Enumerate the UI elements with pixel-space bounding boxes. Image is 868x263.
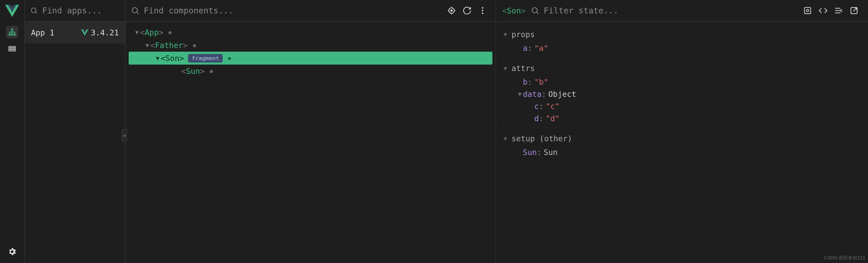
watermark: CSDN @田本初123 <box>824 255 865 261</box>
state-row-data[interactable]: ▼data: Object <box>502 88 862 100</box>
find-components-input[interactable] <box>144 6 443 16</box>
section-head-attrs[interactable]: ▼attrs <box>502 61 862 76</box>
state-row-a[interactable]: a: "a" <box>502 42 862 54</box>
open-new-window-icon[interactable] <box>849 6 859 15</box>
chevron-down-icon: ▼ <box>502 135 508 142</box>
show-render-code-icon[interactable] <box>818 6 828 15</box>
app-list-item[interactable]: App 1 3.4.21 <box>25 22 125 43</box>
app-name-label: App 1 <box>31 28 54 37</box>
tree-node-son[interactable]: ▼<Son>fragment● <box>129 52 492 65</box>
state-selected-component: <Son> <box>502 6 525 15</box>
svg-point-7 <box>31 8 36 13</box>
svg-rect-5 <box>9 48 16 49</box>
search-icon <box>131 6 140 15</box>
svg-point-3 <box>14 34 16 35</box>
state-row-d[interactable]: d: "d" <box>502 112 862 124</box>
perf-dot-icon: ● <box>193 42 196 48</box>
svg-rect-4 <box>9 47 16 48</box>
perf-dot-icon: ● <box>228 55 231 61</box>
state-row-c[interactable]: c: "c" <box>502 100 862 112</box>
chevron-down-icon: ▼ <box>502 31 508 38</box>
svg-point-13 <box>482 13 483 14</box>
svg-point-0 <box>11 29 13 30</box>
svg-rect-6 <box>9 50 16 51</box>
state-row-b[interactable]: b: "b" <box>502 76 862 88</box>
svg-point-12 <box>482 10 483 11</box>
vue-mini-logo-icon <box>81 29 88 36</box>
filter-state-input[interactable] <box>544 6 798 16</box>
section-divider <box>502 57 862 58</box>
svg-point-14 <box>532 8 537 13</box>
perf-dot-icon: ● <box>210 68 213 74</box>
more-icon[interactable] <box>478 6 487 15</box>
fragment-badge: fragment <box>188 54 223 62</box>
svg-point-11 <box>482 7 483 9</box>
section-head-setup[interactable]: ▼setup (other) <box>502 131 862 146</box>
chevron-down-icon: ▼ <box>502 65 508 71</box>
tree-node-father[interactable]: ▼<Father>● <box>129 39 492 52</box>
refresh-icon[interactable] <box>462 6 472 15</box>
vue-logo <box>0 0 24 22</box>
expand-arrow-icon[interactable]: ▼ <box>154 55 161 61</box>
section-head-props[interactable]: ▼props <box>502 27 862 42</box>
tree-node-app[interactable]: ▼<App>● <box>129 26 492 39</box>
app-version-label: 3.4.21 <box>91 28 119 37</box>
svg-point-1 <box>9 34 10 35</box>
find-apps-input[interactable] <box>42 6 120 16</box>
perf-dot-icon: ● <box>168 29 172 35</box>
state-row-Sun[interactable]: Sun: Sun <box>502 146 862 158</box>
search-icon <box>30 6 38 15</box>
svg-point-16 <box>807 9 809 12</box>
svg-rect-15 <box>804 7 811 14</box>
expand-arrow-icon[interactable]: ▼ <box>134 29 140 36</box>
components-tab-icon[interactable] <box>6 26 18 38</box>
tree-node-sun[interactable]: <Sun>● <box>129 65 492 78</box>
target-icon[interactable] <box>447 6 456 15</box>
svg-point-8 <box>132 8 137 13</box>
collapse-handle[interactable]: ◂ <box>121 129 127 142</box>
scroll-to-icon[interactable] <box>803 6 812 15</box>
svg-point-10 <box>451 10 452 11</box>
timeline-tab-icon[interactable] <box>6 42 18 55</box>
chevron-down-icon[interactable]: ▼ <box>517 91 523 97</box>
settings-icon[interactable] <box>6 245 18 258</box>
inspect-dom-icon[interactable] <box>834 6 843 15</box>
search-icon <box>531 6 539 15</box>
expand-arrow-icon[interactable]: ▼ <box>144 42 150 49</box>
